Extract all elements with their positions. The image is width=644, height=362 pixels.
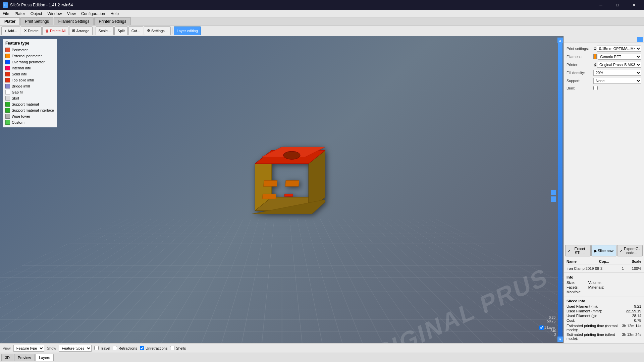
view-select[interactable]: Feature type	[13, 345, 44, 352]
size-row: Size:	[567, 281, 582, 285]
layer-down-button[interactable]: ▼	[557, 337, 563, 342]
legend-label: Custom	[12, 120, 24, 124]
layer-slider-track[interactable]	[558, 43, 562, 337]
feature-legend-title: Feature type	[5, 41, 54, 46]
delete-all-button[interactable]: 🗑 Delete All	[42, 26, 68, 35]
svg-rect-9	[284, 194, 293, 196]
brim-row: Brim:	[567, 86, 641, 90]
legend-color-swatch	[5, 48, 10, 52]
close-button[interactable]: ✕	[626, 0, 641, 10]
fill-density-label: Fill density:	[567, 71, 593, 75]
settings-button[interactable]: ⚙ Settings...	[144, 26, 171, 35]
title-text: Slic3r Prusa Edition - 1.41.2+win64	[10, 3, 73, 7]
menu-item-plater[interactable]: Plater	[12, 10, 28, 17]
menu-item-help[interactable]: Help	[108, 10, 121, 17]
layer-min: 2	[550, 333, 556, 337]
copies-header: Cop...	[599, 259, 609, 263]
legend-color-swatch	[5, 96, 10, 101]
shells-checkbox[interactable]	[170, 346, 174, 350]
legend-items: PerimeterExternal perimeterOverhang peri…	[5, 47, 54, 125]
panel-toggle[interactable]	[637, 37, 643, 42]
view-bar: View Feature type Show Feature types Tra…	[0, 343, 644, 353]
est-silent-row: Estimated printing time (silent mode): 3…	[567, 333, 641, 341]
slice-now-button[interactable]: ▶ Slice now	[591, 245, 617, 256]
menu-bar: FilePlaterObjectWindowViewConfigurationH…	[0, 10, 644, 17]
legend-item-perimeter: Perimeter	[5, 47, 54, 53]
table-row[interactable]: Iron Clamp 2019-09-2... 1 100%	[567, 266, 641, 271]
legend-color-swatch	[5, 72, 10, 76]
layer-editing-button[interactable]: Layer editing	[174, 26, 201, 35]
used-filament-m-value: 9.21	[634, 304, 641, 308]
arrange-button[interactable]: ⊞ Arrange	[69, 26, 92, 35]
viewport[interactable]: ORIGINAL PRUS Feature type PerimeterExte…	[0, 36, 564, 343]
menu-item-configuration[interactable]: Configuration	[78, 10, 108, 17]
menu-item-view[interactable]: View	[64, 10, 78, 17]
maximize-button[interactable]: □	[610, 0, 625, 10]
bottom-tab-preview[interactable]: Preview	[14, 354, 35, 361]
legend-item-skirt: Skirt	[5, 95, 54, 101]
legend-color-swatch	[5, 90, 10, 95]
legend-item-solid-infill: Solid infill	[5, 71, 54, 77]
size-label: Size:	[567, 281, 575, 285]
layer-numbers: 340 2	[550, 329, 556, 337]
view-ctrl-1[interactable]	[551, 190, 556, 195]
filament-select[interactable]: Generic PET	[598, 54, 641, 60]
layer-slider: ▲ ▼	[557, 36, 564, 343]
legend-label: Support material	[12, 102, 39, 106]
brim-checkbox[interactable]	[593, 86, 598, 90]
unretractions-label: Unretractions	[146, 346, 167, 350]
object-copies: 1	[618, 266, 628, 270]
view-ctrl-2[interactable]	[551, 196, 556, 202]
unretractions-checkbox-group: Unretractions	[140, 346, 167, 350]
menu-item-window[interactable]: Window	[45, 10, 64, 17]
legend-item-custom: Custom	[5, 119, 54, 125]
export-gcode-button[interactable]: ↗ Export G-code...	[617, 245, 643, 256]
minimize-button[interactable]: ─	[593, 0, 608, 10]
object-name: Iron Clamp 2019-09-2...	[567, 266, 618, 270]
used-filament-m-row: Used Filament (m): 9.21	[567, 304, 641, 308]
printer-select[interactable]: Original Prusa i3 MK3	[597, 62, 641, 68]
svg-rect-8	[262, 194, 276, 199]
cost-value: 0.78	[634, 318, 641, 322]
fill-density-select[interactable]: 20%	[593, 70, 641, 76]
travel-checkbox[interactable]	[94, 346, 99, 350]
tab-plater[interactable]: Plater	[0, 17, 20, 25]
legend-label: External perimeter	[12, 54, 42, 58]
svg-rect-7	[285, 180, 299, 186]
tab-printer-settings[interactable]: Printer Settings	[94, 17, 130, 25]
split-button[interactable]: Split	[114, 26, 127, 35]
used-filament-mm3-label: Used Filament (mm³):	[567, 309, 602, 313]
bottom-tab-3d[interactable]: 3D	[1, 354, 13, 361]
cut-button[interactable]: Cut...	[128, 26, 143, 35]
menu-item-file[interactable]: File	[0, 10, 12, 17]
scale-button[interactable]: Scale...	[96, 26, 114, 35]
layer-up-button[interactable]: ▲	[557, 38, 563, 43]
tab-filament-settings[interactable]: Filament Settings	[54, 17, 94, 25]
object-scale: 100%	[628, 266, 641, 270]
settings-icon: ⚙	[147, 28, 150, 33]
retractions-checkbox[interactable]	[113, 346, 117, 350]
title-bar: S Slic3r Prusa Edition - 1.41.2+win64 ─ …	[0, 0, 644, 10]
main-content: ORIGINAL PRUS Feature type PerimeterExte…	[0, 36, 644, 343]
legend-color-swatch	[5, 60, 10, 64]
legend-label: Overhang perimeter	[12, 60, 45, 64]
unretractions-checkbox[interactable]	[140, 346, 144, 350]
legend-label: Skirt	[12, 96, 19, 100]
support-label: Support:	[567, 79, 593, 83]
tab-print-settings[interactable]: Print Settings	[20, 17, 53, 25]
legend-item-internal-infill: Internal infill	[5, 65, 54, 71]
delete-button[interactable]: ✕ Delete	[21, 26, 42, 35]
one-layer-checkbox[interactable]	[539, 325, 544, 330]
menu-item-object[interactable]: Object	[28, 10, 45, 17]
show-select[interactable]: Feature types	[59, 345, 92, 352]
facets-label: Facets:	[567, 285, 579, 289]
print-preset-select[interactable]: 0.15mm OPTIMAL MK3	[597, 46, 641, 52]
used-filament-g-label: Used Filament (g):	[567, 314, 597, 318]
print-settings-panel: Print settings: ⚙ 0.15mm OPTIMAL MK3 Fil…	[564, 43, 644, 244]
export-stl-button[interactable]: ↗ Export STL...	[565, 245, 591, 256]
add-button[interactable]: + Add...	[1, 26, 20, 35]
support-select[interactable]: None	[593, 78, 641, 84]
used-filament-g-row: Used Filament (g): 28.14	[567, 314, 641, 318]
bottom-tab-layers[interactable]: Layers	[35, 354, 54, 361]
travel-checkbox-group: Travel	[94, 346, 110, 350]
